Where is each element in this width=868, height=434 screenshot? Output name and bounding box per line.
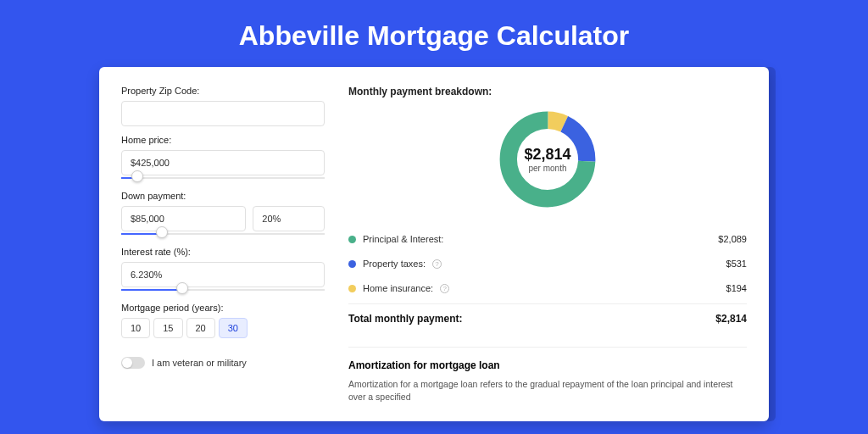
period-15-button[interactable]: 15	[153, 318, 182, 338]
dot-green-icon	[348, 236, 356, 243]
amortization-body: Amortization for a mortgage loan refers …	[348, 378, 747, 403]
total-label: Total monthly payment:	[348, 313, 462, 325]
donut-chart: $2,814 per month	[348, 108, 747, 211]
down-payment-slider[interactable]	[121, 230, 325, 238]
dot-yellow-icon	[348, 285, 356, 292]
total-row: Total monthly payment: $2,814	[348, 303, 747, 335]
donut-amount: $2,814	[524, 146, 570, 164]
interest-rate-label: Interest rate (%):	[121, 247, 325, 257]
interest-rate-slider[interactable]	[121, 286, 325, 294]
legend-value: $194	[726, 283, 747, 293]
zip-label: Property Zip Code:	[121, 86, 325, 96]
legend-value: $2,089	[718, 234, 747, 244]
zip-input[interactable]	[121, 101, 325, 126]
info-icon[interactable]: ?	[440, 284, 449, 293]
legend-value: $531	[726, 259, 747, 269]
slider-thumb-icon[interactable]	[131, 170, 143, 182]
slider-thumb-icon[interactable]	[176, 282, 188, 294]
period-10-button[interactable]: 10	[121, 318, 150, 338]
period-20-button[interactable]: 20	[186, 318, 215, 338]
legend-row-principal: Principal & Interest: $2,089	[348, 226, 747, 251]
dot-blue-icon	[348, 260, 356, 268]
home-price-label: Home price:	[121, 135, 325, 145]
legend-row-taxes: Property taxes: ? $531	[348, 251, 747, 275]
calculator-card: Property Zip Code: Home price: Down paym…	[99, 67, 769, 421]
down-payment-input[interactable]	[121, 206, 246, 231]
amortization-title: Amortization for mortgage loan	[348, 347, 747, 371]
legend-row-insurance: Home insurance: ? $194	[348, 275, 747, 300]
inputs-column: Property Zip Code: Home price: Down paym…	[121, 86, 325, 403]
home-price-slider[interactable]	[121, 174, 325, 182]
legend-label: Home insurance:	[363, 283, 433, 293]
veteran-toggle[interactable]	[121, 357, 145, 369]
mortgage-period-label: Mortgage period (years):	[121, 303, 325, 313]
period-30-button[interactable]: 30	[219, 318, 248, 338]
mortgage-period-group: 10 15 20 30	[121, 318, 325, 338]
breakdown-title: Monthly payment breakdown:	[348, 86, 747, 97]
legend-label: Principal & Interest:	[363, 234, 443, 244]
home-price-input[interactable]	[121, 150, 325, 175]
down-payment-label: Down payment:	[121, 191, 325, 201]
interest-rate-input[interactable]	[121, 262, 325, 287]
total-value: $2,814	[715, 313, 747, 325]
legend-label: Property taxes:	[363, 259, 426, 269]
down-payment-pct-input[interactable]	[253, 206, 325, 231]
slider-thumb-icon[interactable]	[156, 226, 168, 238]
veteran-label: I am veteran or military	[152, 358, 247, 368]
page-title: Abbeville Mortgage Calculator	[0, 0, 868, 67]
breakdown-column: Monthly payment breakdown: $2,814 per mo…	[348, 86, 747, 403]
info-icon[interactable]: ?	[432, 259, 442, 269]
donut-per-month: per month	[524, 164, 570, 173]
